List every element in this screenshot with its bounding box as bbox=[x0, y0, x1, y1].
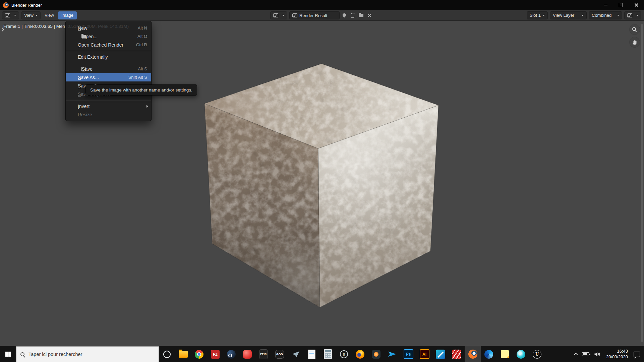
taskbar-unreal[interactable]: U bbox=[529, 346, 545, 362]
unreal-engine-icon: U bbox=[533, 350, 541, 359]
duplicate-button[interactable] bbox=[349, 12, 356, 19]
system-tray: 16:43 20/03/2020 bbox=[572, 346, 644, 362]
image-editor-viewport: Frame:1 | Time:00:03.65 | Mem:0.51M (0.0… bbox=[0, 21, 644, 346]
taskbar-illustrator[interactable]: Ai bbox=[416, 346, 432, 362]
taskbar-design-app[interactable] bbox=[432, 346, 449, 362]
speaker-icon bbox=[594, 352, 600, 357]
submenu-arrow-icon bbox=[147, 105, 148, 108]
vertical-scrollbar[interactable] bbox=[641, 24, 643, 342]
chrome-icon bbox=[195, 350, 203, 359]
chevron-down-icon bbox=[36, 15, 38, 16]
orange-app-icon bbox=[372, 350, 380, 359]
header-center-group: Render Result bbox=[268, 10, 373, 21]
menu-item-save[interactable]: Save Alt S bbox=[66, 65, 151, 73]
taskbar-substance-app[interactable] bbox=[449, 346, 465, 362]
cortana-icon bbox=[163, 351, 171, 358]
taskbar-messaging[interactable] bbox=[288, 346, 304, 362]
notepad-icon bbox=[308, 350, 315, 359]
view-mode-label: View bbox=[24, 13, 34, 18]
open-image-button[interactable] bbox=[357, 12, 365, 19]
menu-item-edit-externally[interactable]: Edit Externally bbox=[66, 53, 151, 61]
view-layer-label: View Layer bbox=[553, 13, 574, 18]
image-browse-dropdown[interactable] bbox=[270, 11, 287, 19]
menu-item-new[interactable]: New Alt N bbox=[66, 24, 151, 32]
shield-icon bbox=[343, 13, 346, 18]
taskbar-notes-app[interactable] bbox=[497, 346, 513, 362]
folder-icon bbox=[81, 35, 86, 38]
image-icon bbox=[273, 13, 278, 17]
taskbar-cortana[interactable] bbox=[159, 346, 175, 362]
render-pass-dropdown[interactable]: Combined bbox=[589, 11, 622, 19]
pen-app-icon bbox=[436, 350, 445, 359]
maximize-button[interactable] bbox=[613, 0, 629, 10]
slot-dropdown[interactable]: Slot 1 bbox=[527, 11, 548, 19]
photoshop-icon: Ps bbox=[404, 349, 413, 359]
editor-type-dropdown[interactable] bbox=[2, 11, 19, 19]
taskbar-audio-app[interactable] bbox=[368, 346, 384, 362]
close-icon bbox=[367, 13, 371, 17]
zoom-gizmo-button[interactable] bbox=[630, 24, 640, 35]
windows-taskbar: FZ EPIC GOG b Ps Ai U bbox=[0, 346, 644, 362]
tray-show-hidden-icons[interactable] bbox=[572, 346, 580, 362]
pan-gizmo-button[interactable] bbox=[630, 37, 640, 47]
search-icon bbox=[20, 352, 24, 356]
taskbar-search[interactable] bbox=[16, 346, 159, 362]
start-button[interactable] bbox=[0, 346, 16, 362]
copy-icon bbox=[351, 13, 355, 18]
steam-icon bbox=[227, 350, 236, 359]
view-mode-dropdown[interactable]: View bbox=[21, 11, 41, 19]
paper-plane-icon bbox=[292, 351, 299, 357]
taskbar-blue-arrow-app[interactable] bbox=[384, 346, 400, 362]
menu-separator bbox=[66, 63, 151, 63]
blender-window: Blender Render View View Image Render Re… bbox=[0, 0, 644, 362]
taskbar-blender-active[interactable] bbox=[465, 346, 481, 362]
display-channels-dropdown[interactable] bbox=[624, 11, 641, 19]
blender-logo-icon bbox=[3, 2, 9, 8]
calculator-icon bbox=[324, 349, 332, 359]
hand-icon bbox=[632, 40, 637, 45]
minimize-button[interactable] bbox=[598, 0, 613, 10]
taskbar-photoshop[interactable]: Ps bbox=[400, 346, 416, 362]
taskbar-epic-games[interactable]: EPIC bbox=[255, 346, 272, 362]
taskbar-firefox[interactable] bbox=[352, 346, 368, 362]
image-icon bbox=[292, 13, 297, 17]
menu-image[interactable]: Image bbox=[58, 11, 77, 19]
taskbar-gog[interactable]: GOG bbox=[272, 346, 288, 362]
tray-clock[interactable]: 16:43 20/03/2020 bbox=[603, 349, 631, 360]
fake-user-button[interactable] bbox=[341, 12, 348, 19]
menu-item-invert[interactable]: Invert bbox=[66, 102, 151, 110]
stripes-app-icon bbox=[452, 350, 461, 359]
menu-item-open[interactable]: Open... Alt O bbox=[66, 32, 151, 41]
taskbar-steam[interactable] bbox=[223, 346, 239, 362]
notification-icon bbox=[634, 352, 640, 357]
taskbar-circle-app[interactable]: b bbox=[336, 346, 352, 362]
close-button[interactable] bbox=[629, 0, 644, 10]
windows-logo-icon bbox=[5, 352, 11, 357]
chevron-down-icon bbox=[617, 15, 619, 16]
taskbar-browser-swirl[interactable] bbox=[513, 346, 529, 362]
image-menu-popup: New Alt N Open... Alt O Open Cached Rend… bbox=[65, 21, 152, 121]
taskbar-file-explorer[interactable] bbox=[175, 346, 191, 362]
taskbar-edge[interactable] bbox=[481, 346, 497, 362]
menu-item-save-as[interactable]: Save As... Shift Alt S bbox=[66, 73, 151, 81]
swirl-app-icon bbox=[517, 350, 525, 359]
search-input[interactable] bbox=[28, 352, 155, 357]
menu-separator bbox=[66, 100, 151, 100]
blue-arrow-icon bbox=[388, 351, 396, 358]
taskbar-calculator[interactable] bbox=[320, 346, 336, 362]
menu-view[interactable]: View bbox=[41, 11, 57, 19]
menu-item-resize[interactable]: Resize bbox=[66, 110, 151, 119]
taskbar-chrome[interactable] bbox=[191, 346, 207, 362]
view-layer-dropdown[interactable]: View Layer bbox=[550, 11, 587, 19]
unlink-button[interactable] bbox=[366, 12, 373, 19]
render-source-combo[interactable]: Render Result bbox=[289, 11, 340, 19]
window-titlebar: Blender Render bbox=[0, 0, 644, 10]
menu-item-open-cached-render[interactable]: Open Cached Render Ctrl R bbox=[66, 41, 151, 49]
tray-volume[interactable] bbox=[592, 346, 603, 362]
blender-icon bbox=[468, 350, 477, 359]
taskbar-filezilla[interactable]: FZ bbox=[207, 346, 223, 362]
taskbar-notepad[interactable] bbox=[304, 346, 320, 362]
taskbar-game-app[interactable] bbox=[239, 346, 255, 362]
tray-notification-center[interactable] bbox=[631, 346, 644, 362]
tray-battery[interactable] bbox=[580, 346, 592, 362]
